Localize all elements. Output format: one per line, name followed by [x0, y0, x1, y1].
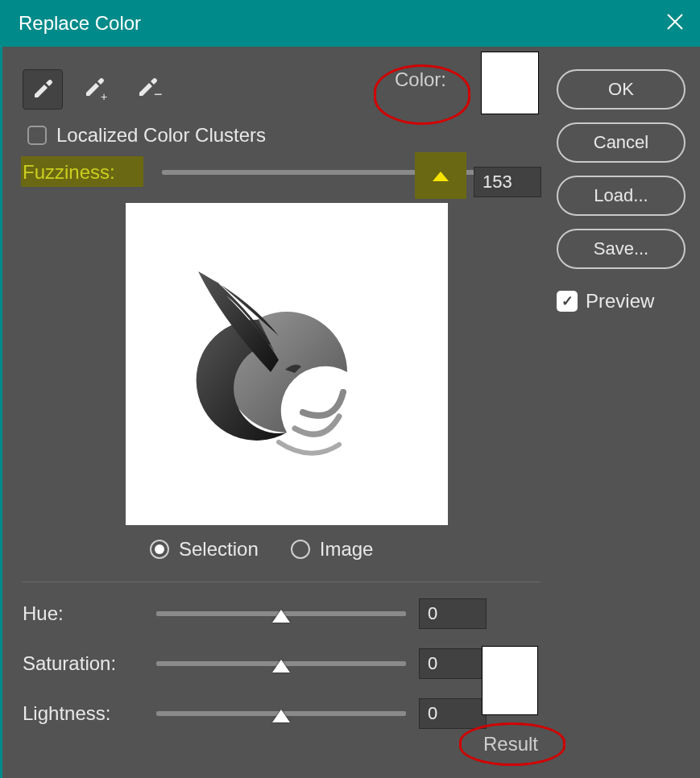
hue-slider[interactable]	[156, 611, 406, 616]
preview-checkbox[interactable]: ✓	[557, 291, 578, 312]
eyedropper-toolbar: + −	[23, 69, 541, 110]
hue-input[interactable]	[419, 598, 487, 629]
radio-image[interactable]: Image	[291, 538, 374, 561]
result-color-swatch[interactable]	[482, 646, 538, 715]
dialog-title: Replace Color	[19, 12, 141, 35]
load-button[interactable]: Load...	[557, 176, 686, 216]
saturation-input[interactable]	[419, 648, 487, 679]
preview-label: Preview	[586, 290, 654, 312]
selection-preview	[126, 203, 448, 525]
eyedropper-subtract-button[interactable]: −	[129, 69, 169, 110]
color-label-wrap: Color:	[395, 68, 446, 91]
radio-selection[interactable]: Selection	[150, 538, 259, 561]
lightness-input[interactable]	[419, 698, 487, 729]
cancel-button[interactable]: Cancel	[557, 122, 686, 163]
saturation-label: Saturation:	[23, 652, 143, 675]
eyedropper-add-button[interactable]: +	[76, 69, 116, 110]
saturation-slider[interactable]	[156, 661, 406, 666]
hue-label: Hue:	[23, 602, 143, 625]
ok-button[interactable]: OK	[557, 69, 686, 110]
localized-clusters-label: Localized Color Clusters	[56, 124, 266, 147]
divider	[23, 581, 541, 582]
fuzziness-input[interactable]	[474, 167, 541, 197]
svg-text:−: −	[154, 86, 162, 102]
titlebar: Replace Color	[2, 0, 700, 47]
fuzziness-label: Fuzziness:	[23, 161, 115, 184]
localized-clusters-checkbox[interactable]	[27, 126, 47, 145]
save-button[interactable]: Save...	[557, 229, 686, 269]
color-label: Color:	[395, 68, 446, 90]
source-color-swatch[interactable]	[481, 52, 539, 114]
svg-text:+: +	[101, 90, 107, 102]
lightness-slider[interactable]	[156, 711, 406, 716]
eyedropper-button[interactable]	[23, 69, 63, 110]
result-label: Result	[483, 733, 538, 755]
fuzziness-thumb-icon	[433, 172, 449, 181]
lightness-label: Lightness:	[23, 702, 143, 725]
close-icon[interactable]	[666, 10, 684, 36]
